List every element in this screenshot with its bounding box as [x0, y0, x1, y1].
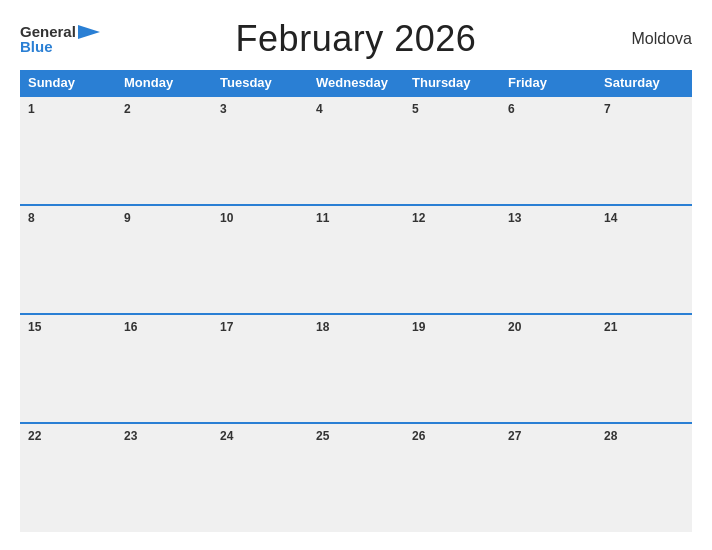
calendar-day-cell: 22: [20, 423, 116, 532]
day-number: 23: [124, 429, 137, 443]
logo-flag-icon: [78, 25, 100, 39]
calendar-day-cell: 6: [500, 96, 596, 205]
calendar-day-cell: 5: [404, 96, 500, 205]
day-number: 1: [28, 102, 35, 116]
logo: General Blue: [20, 24, 100, 54]
day-number: 24: [220, 429, 233, 443]
calendar-day-cell: 12: [404, 205, 500, 314]
logo-blue-text: Blue: [20, 39, 53, 54]
calendar-day-cell: 13: [500, 205, 596, 314]
day-number: 2: [124, 102, 131, 116]
calendar-day-cell: 25: [308, 423, 404, 532]
day-of-week-header: Thursday: [404, 70, 500, 96]
calendar-week-row: 1234567: [20, 96, 692, 205]
calendar-day-cell: 4: [308, 96, 404, 205]
day-number: 4: [316, 102, 323, 116]
calendar-title: February 2026: [100, 18, 612, 60]
day-number: 22: [28, 429, 41, 443]
day-number: 5: [412, 102, 419, 116]
calendar-day-cell: 10: [212, 205, 308, 314]
calendar-day-cell: 3: [212, 96, 308, 205]
day-number: 6: [508, 102, 515, 116]
day-of-week-header: Sunday: [20, 70, 116, 96]
day-number: 10: [220, 211, 233, 225]
calendar-day-cell: 11: [308, 205, 404, 314]
day-number: 12: [412, 211, 425, 225]
calendar-day-cell: 23: [116, 423, 212, 532]
calendar-day-cell: 1: [20, 96, 116, 205]
day-number: 21: [604, 320, 617, 334]
calendar-header-row: SundayMondayTuesdayWednesdayThursdayFrid…: [20, 70, 692, 96]
calendar-week-row: 15161718192021: [20, 314, 692, 423]
calendar-day-cell: 24: [212, 423, 308, 532]
calendar-day-cell: 28: [596, 423, 692, 532]
day-number: 3: [220, 102, 227, 116]
day-number: 28: [604, 429, 617, 443]
day-number: 25: [316, 429, 329, 443]
day-number: 16: [124, 320, 137, 334]
day-of-week-header: Wednesday: [308, 70, 404, 96]
day-of-week-header: Tuesday: [212, 70, 308, 96]
calendar-header: General Blue February 2026 Moldova: [20, 18, 692, 60]
calendar-week-row: 891011121314: [20, 205, 692, 314]
calendar-week-row: 22232425262728: [20, 423, 692, 532]
day-number: 11: [316, 211, 329, 225]
day-number: 15: [28, 320, 41, 334]
calendar-day-cell: 9: [116, 205, 212, 314]
calendar-day-cell: 16: [116, 314, 212, 423]
calendar-table: SundayMondayTuesdayWednesdayThursdayFrid…: [20, 70, 692, 532]
calendar-page: General Blue February 2026 Moldova Sunda…: [0, 0, 712, 550]
day-number: 19: [412, 320, 425, 334]
calendar-day-cell: 21: [596, 314, 692, 423]
calendar-day-cell: 27: [500, 423, 596, 532]
calendar-day-cell: 18: [308, 314, 404, 423]
calendar-day-cell: 19: [404, 314, 500, 423]
calendar-day-cell: 15: [20, 314, 116, 423]
day-of-week-header: Friday: [500, 70, 596, 96]
calendar-day-cell: 8: [20, 205, 116, 314]
calendar-day-cell: 2: [116, 96, 212, 205]
day-number: 20: [508, 320, 521, 334]
day-of-week-header: Monday: [116, 70, 212, 96]
day-number: 7: [604, 102, 611, 116]
calendar-day-cell: 17: [212, 314, 308, 423]
calendar-day-cell: 7: [596, 96, 692, 205]
day-number: 27: [508, 429, 521, 443]
calendar-day-cell: 26: [404, 423, 500, 532]
day-number: 14: [604, 211, 617, 225]
day-number: 13: [508, 211, 521, 225]
day-number: 17: [220, 320, 233, 334]
day-number: 18: [316, 320, 329, 334]
calendar-day-cell: 20: [500, 314, 596, 423]
logo-general-text: General: [20, 24, 76, 39]
day-number: 8: [28, 211, 35, 225]
day-of-week-header: Saturday: [596, 70, 692, 96]
country-label: Moldova: [612, 30, 692, 48]
calendar-day-cell: 14: [596, 205, 692, 314]
day-number: 26: [412, 429, 425, 443]
day-number: 9: [124, 211, 131, 225]
